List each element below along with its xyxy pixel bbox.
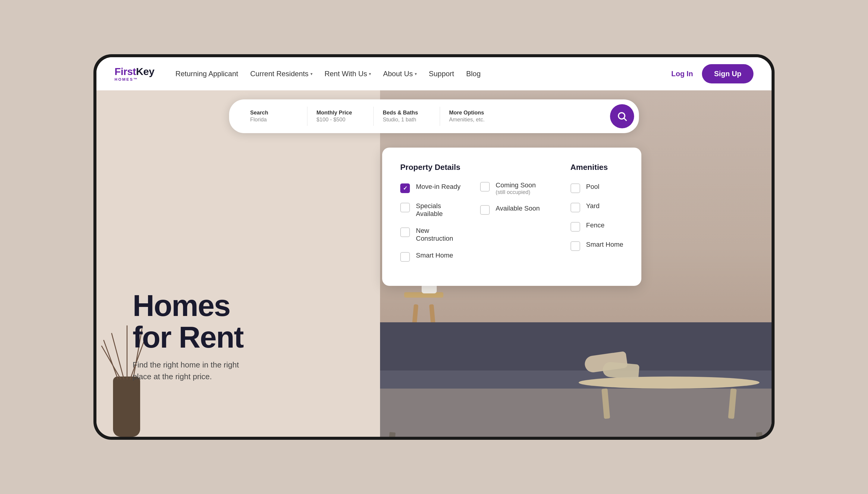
search-price-label: Monthly Price: [316, 110, 364, 116]
dropdown-panel: Property Details Move-in Ready: [382, 148, 641, 286]
checkbox-new-construction[interactable]: New Construction: [400, 227, 462, 243]
nav: Returning Applicant Current Residents ▾ …: [176, 70, 656, 78]
search-location-section[interactable]: Search Florida: [241, 107, 308, 126]
checkbox-move-in-ready-label: Move-in Ready: [416, 183, 461, 191]
checkbox-available-soon-box[interactable]: [480, 205, 490, 215]
current-residents-chevron: ▾: [310, 71, 313, 76]
rent-with-us-chevron: ▾: [369, 71, 371, 76]
checkbox-pool-label: Pool: [586, 183, 599, 191]
nav-current-residents[interactable]: Current Residents ▾: [250, 70, 312, 78]
search-beds-value: Studio, 1 bath: [383, 117, 431, 123]
search-bar-container: Search Florida Monthly Price $100 - $500…: [229, 99, 639, 133]
checkbox-available-soon-label: Available Soon: [496, 205, 540, 212]
checkbox-available-soon[interactable]: Available Soon: [480, 205, 552, 215]
checkbox-coming-soon-label: Coming Soon: [496, 181, 536, 189]
search-options-section[interactable]: More Options Amenities, etc.: [440, 107, 506, 126]
checkbox-smart-home-amen[interactable]: Smart Home: [571, 241, 623, 251]
checkbox-yard[interactable]: Yard: [571, 202, 623, 212]
search-location-value: Florida: [250, 117, 298, 123]
search-beds-section[interactable]: Beds & Baths Studio, 1 bath: [374, 107, 440, 126]
checkbox-smart-home-amen-label: Smart Home: [586, 241, 623, 248]
logo-key: Key: [136, 66, 154, 77]
checkbox-coming-soon-sublabel: (still occupied): [496, 189, 536, 195]
nav-right: Log In Sign Up: [671, 64, 754, 83]
about-us-chevron: ▾: [415, 71, 417, 76]
coming-soon-column: Coming Soon (still occupied) Available S…: [480, 163, 552, 271]
checkbox-specials-available-label: Specials Available: [416, 202, 462, 218]
amenities-title: Amenities: [571, 163, 623, 172]
checkbox-specials-available-box[interactable]: [400, 203, 410, 212]
header: FirstKey HOMES™ Returning Applicant Curr…: [96, 57, 772, 90]
search-icon: [617, 111, 627, 122]
checkbox-fence-box[interactable]: [571, 222, 580, 232]
search-options-value: Amenities, etc.: [449, 117, 497, 123]
nav-returning-applicant[interactable]: Returning Applicant: [176, 70, 238, 78]
login-button[interactable]: Log In: [671, 70, 693, 78]
checkbox-new-construction-label: New Construction: [416, 227, 462, 243]
svg-line-1: [624, 118, 627, 121]
logo-homes: HOMES™: [114, 77, 154, 82]
search-bar: Search Florida Monthly Price $100 - $500…: [229, 99, 639, 133]
hero-subtitle: Find the right home in the right place a…: [133, 359, 259, 383]
checkbox-new-construction-box[interactable]: [400, 227, 410, 237]
nav-rent-with-us[interactable]: Rent With Us ▾: [325, 70, 371, 78]
hero-text: Homes for Rent Find the right home in th…: [133, 290, 259, 383]
checkbox-yard-label: Yard: [586, 202, 600, 210]
main-area: Search Florida Monthly Price $100 - $500…: [96, 90, 772, 437]
checkbox-smart-home-amen-box[interactable]: [571, 241, 580, 251]
nav-blog[interactable]: Blog: [466, 70, 481, 78]
search-beds-label: Beds & Baths: [383, 110, 431, 116]
app-frame: FirstKey HOMES™ Returning Applicant Curr…: [93, 54, 775, 440]
checkbox-move-in-ready-box[interactable]: [400, 184, 410, 193]
amenities-column: Amenities Pool Yard: [571, 163, 623, 271]
checkbox-fence-label: Fence: [586, 222, 605, 229]
checkbox-move-in-ready[interactable]: Move-in Ready: [400, 183, 462, 193]
checkbox-fence[interactable]: Fence: [571, 222, 623, 232]
page-content: FirstKey HOMES™ Returning Applicant Curr…: [96, 57, 772, 437]
nav-support[interactable]: Support: [429, 70, 454, 78]
property-details-column: Property Details Move-in Ready: [400, 163, 462, 271]
search-options-label: More Options: [449, 110, 497, 116]
checkbox-specials-available[interactable]: Specials Available: [400, 202, 462, 218]
svg-point-0: [618, 113, 625, 119]
search-location-label: Search: [250, 110, 298, 116]
logo-first: First: [114, 66, 136, 77]
checkbox-coming-soon[interactable]: Coming Soon (still occupied): [480, 181, 552, 195]
nav-about-us[interactable]: About Us ▾: [383, 70, 417, 78]
checkbox-smart-home-prop-label: Smart Home: [416, 251, 453, 259]
checkbox-smart-home-prop[interactable]: Smart Home: [400, 251, 462, 262]
property-details-title: Property Details: [400, 163, 462, 172]
checkbox-coming-soon-box[interactable]: [480, 182, 490, 192]
checkbox-pool-box[interactable]: [571, 184, 580, 193]
checkbox-smart-home-prop-box[interactable]: [400, 252, 410, 262]
hero-title: Homes for Rent: [133, 290, 259, 353]
inner-frame: FirstKey HOMES™ Returning Applicant Curr…: [96, 57, 772, 437]
logo: FirstKey HOMES™: [114, 66, 154, 82]
search-button[interactable]: [610, 104, 634, 128]
checkbox-pool[interactable]: Pool: [571, 183, 623, 193]
search-price-value: $100 - $500: [316, 117, 364, 123]
checkbox-yard-box[interactable]: [571, 203, 580, 212]
search-price-section[interactable]: Monthly Price $100 - $500: [308, 107, 374, 126]
signup-button[interactable]: Sign Up: [702, 64, 754, 83]
right-columns: Coming Soon (still occupied) Available S…: [480, 163, 623, 271]
